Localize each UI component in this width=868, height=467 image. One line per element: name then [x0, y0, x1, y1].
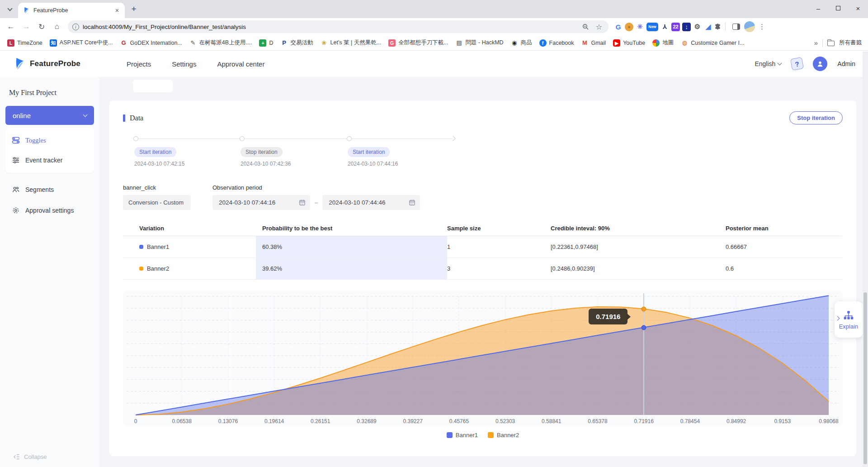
timezone-bookmark-icon: L [7, 39, 14, 47]
bookmark-item[interactable]: G全部都想手刀下載... [386, 38, 451, 48]
purple-22-extension-icon[interactable]: 22 [671, 23, 680, 31]
nav-projects[interactable]: Projects [127, 60, 151, 68]
bookmark-item[interactable]: ◍Customize Gamer I... [678, 38, 747, 48]
sidebar-item-event-tracker[interactable]: Event tracker [5, 150, 94, 170]
sliders-icon [12, 156, 20, 164]
environment-label: online [13, 112, 31, 119]
section-title-text: Data [130, 114, 143, 122]
swoosh-extension-icon[interactable]: ◢ [704, 23, 712, 31]
minimize-button[interactable]: – [808, 0, 828, 16]
distribution-chart[interactable]: 00.065380.130760.196140.261510.326890.39… [123, 291, 843, 426]
user-avatar[interactable] [813, 57, 827, 71]
side-panel-button[interactable] [729, 19, 743, 34]
chevron-down-icon [778, 61, 782, 66]
explain-sitemap-icon [843, 310, 854, 321]
app-logo[interactable]: FeatureProbe [13, 57, 117, 71]
language-selector[interactable]: English [755, 60, 781, 67]
bookmark-item[interactable]: GGoDEX Internation... [117, 38, 184, 48]
bookmark-item[interactable]: ▶YouTube [610, 38, 648, 48]
tab-search-button[interactable] [4, 3, 16, 15]
metric-select[interactable]: Conversion - Custom [123, 195, 191, 210]
calendar-icon[interactable] [409, 199, 415, 206]
nav-settings[interactable]: Settings [172, 60, 196, 68]
svg-text:0.71916: 0.71916 [634, 418, 654, 424]
bookmark-label: 交易活動 [291, 39, 313, 47]
new-tab-button[interactable]: + [127, 3, 140, 15]
timeline-node [347, 136, 352, 141]
sidebar-collapse-button[interactable]: Collapse [13, 453, 47, 461]
sidebar: My First Project online Toggles Event tr… [0, 77, 99, 467]
asterisk-extension-icon[interactable]: ✳ [636, 23, 644, 31]
nav-approval-center[interactable]: Approval center [217, 60, 264, 68]
brand-name: FeatureProbe [30, 59, 80, 68]
bookmark-item[interactable]: ▤問題 - HackMD [453, 38, 506, 48]
translate-extension-icon[interactable]: G [614, 23, 623, 31]
browser-menu-icon[interactable]: ⋮ [756, 23, 768, 31]
zoom-page-icon[interactable] [580, 23, 590, 30]
sidebar-item-approval-settings[interactable]: Approval settings [0, 200, 99, 221]
sidebar-item-segments[interactable]: Segments [0, 179, 99, 200]
extension-icons: G●✳NewY22;⚙◢ [614, 23, 712, 31]
all-bookmarks-folder-icon[interactable] [827, 41, 835, 46]
section-title-bar [123, 114, 125, 122]
legend-item-banner1[interactable]: Banner1 [447, 432, 478, 438]
bookmark-item[interactable]: +D [256, 38, 276, 48]
bookmark-item[interactable]: MGmail [578, 38, 609, 48]
bookmarks-overflow-icon[interactable]: » [814, 39, 818, 47]
help-guide-icon[interactable]: ? [790, 57, 804, 71]
bookmark-item[interactable]: LTimeZone [5, 38, 45, 48]
period-end-value: 2024-03-10 07:44:46 [329, 199, 385, 206]
reload-button[interactable]: ↻ [34, 19, 49, 34]
browser-profile-avatar[interactable] [744, 21, 755, 32]
scrollbar-thumb[interactable] [863, 292, 867, 464]
cookie-extension-icon[interactable]: ● [625, 23, 633, 31]
sidebar-item-label: Toggles [25, 137, 46, 144]
browser-tab[interactable]: FeatureProbe × [18, 3, 125, 18]
calendar-icon[interactable] [299, 199, 306, 206]
sidebar-item-toggles[interactable]: Toggles [5, 130, 94, 150]
person-icon [816, 59, 825, 68]
bookmark-star-icon[interactable]: ☆ [594, 23, 604, 31]
segments-icon [12, 186, 20, 194]
bookmark-item[interactable]: 知ASP.NET Core中使... [47, 38, 116, 48]
account-name[interactable]: Admin [837, 60, 855, 67]
variation-name: Banner2 [147, 265, 169, 272]
back-button[interactable]: ← [4, 19, 18, 34]
bookmark-item[interactable]: ❀Let's 菓 | 天然果乾... [318, 38, 384, 48]
maximize-button[interactable] [828, 0, 848, 16]
chevron-right-icon[interactable] [835, 316, 840, 321]
toggles-icon [12, 136, 20, 144]
environment-dropdown[interactable]: online [5, 106, 94, 125]
period-end-input[interactable]: 2024-03-10 07:44:46 [322, 195, 420, 210]
stop-iteration-button[interactable]: Stop iteration [789, 111, 843, 124]
extensions-puzzle-icon[interactable] [713, 23, 722, 31]
explain-panel[interactable]: Explain [835, 301, 863, 338]
bookmark-item[interactable]: ✎在树莓派4B上使用.... [187, 38, 255, 48]
legend-item-banner2[interactable]: Banner2 [488, 432, 519, 438]
bookmarks-list: LTimeZone知ASP.NET Core中使...GGoDEX Intern… [5, 38, 814, 48]
bookmark-item[interactable]: P交易活動 [278, 38, 316, 48]
period-start-input[interactable]: 2024-03-10 07:44:16 [212, 195, 310, 210]
bookmark-item[interactable]: ◉商品 [508, 38, 535, 48]
tab-close-icon[interactable]: × [113, 6, 121, 14]
site-info-icon[interactable]: i [72, 24, 79, 30]
analysis-card: Data Stop iteration Start iteration Stop… [109, 100, 856, 456]
page-scrollbar[interactable] [863, 52, 868, 467]
bitwarden-extension-icon[interactable]: ; [682, 23, 691, 31]
svg-text:0.65378: 0.65378 [588, 418, 608, 424]
bookmark-item[interactable]: 地圖 [650, 38, 676, 48]
gear-extension-icon[interactable]: ⚙ [693, 23, 702, 31]
bookmark-item[interactable]: fFacebook [537, 38, 577, 48]
all-bookmarks-label[interactable]: 所有書籤 [839, 39, 862, 47]
bookmark-label: TimeZone [17, 40, 42, 46]
home-button[interactable]: ⌂ [50, 19, 64, 34]
forward-button[interactable]: → [19, 19, 33, 34]
browser-tab-strip: FeatureProbe × + – × [0, 0, 868, 18]
url-bar[interactable]: i localhost:4009/My_First_Project/online… [68, 20, 609, 33]
close-button[interactable]: × [848, 0, 868, 16]
pen-bookmark-icon: ✎ [189, 39, 197, 47]
chart-point-banner2 [642, 306, 646, 311]
period-start-value: 2024-03-10 07:44:16 [219, 199, 275, 206]
new-badge-extension-icon[interactable]: New [646, 23, 658, 31]
fork-extension-icon[interactable]: Y [660, 23, 669, 31]
